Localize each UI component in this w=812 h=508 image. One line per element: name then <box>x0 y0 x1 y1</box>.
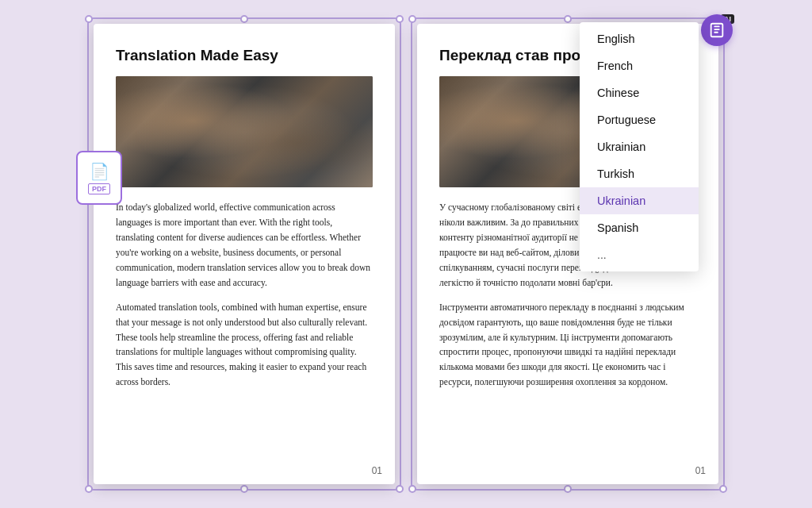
left-page-image <box>116 76 373 187</box>
dropdown-item-ellipsis[interactable]: ... <box>580 241 699 268</box>
left-page-number: 01 <box>372 465 382 476</box>
corner-dot-tr <box>396 15 404 23</box>
dropdown-item-spanish[interactable]: Spanish <box>580 214 699 241</box>
left-page: Translation Made Easy In today's globali… <box>94 24 395 484</box>
ai-icon <box>708 21 726 39</box>
dropdown-item-turkish[interactable]: Turkish <box>580 160 699 187</box>
pages-container: 📄 PDF Translation Made Easy In today's g… <box>70 8 742 500</box>
right-corner-dot-tm <box>564 15 572 23</box>
dropdown-item-ukrainian2-selected[interactable]: Ukrainian <box>580 187 699 214</box>
right-corner-dot-bm <box>564 485 572 493</box>
left-page-wrapper: 📄 PDF Translation Made Easy In today's g… <box>94 24 395 484</box>
left-page-title: Translation Made Easy <box>116 46 373 65</box>
ai-button[interactable] <box>701 14 733 46</box>
dropdown-item-english[interactable]: English <box>580 25 699 52</box>
corner-dot-tm <box>240 15 248 23</box>
right-page-para2: Інструменти автоматичного перекладу в по… <box>439 300 696 391</box>
left-page-body: In today's globalized world, effective c… <box>116 200 373 391</box>
corner-dot-bl <box>85 485 93 493</box>
corner-dot-br <box>396 485 404 493</box>
dropdown-item-portuguese[interactable]: Portuguese <box>580 106 699 133</box>
left-page-para1: In today's globalized world, effective c… <box>116 200 373 291</box>
left-page-para2: Automated translation tools, combined wi… <box>116 300 373 391</box>
dropdown-item-ukrainian1[interactable]: Ukrainian <box>580 133 699 160</box>
corner-dot-bm <box>240 485 248 493</box>
right-corner-dot-tl <box>408 15 416 23</box>
corner-dot-tl <box>85 15 93 23</box>
language-dropdown: English French Chinese Portuguese Ukrain… <box>580 22 699 271</box>
right-corner-dot-br <box>719 485 727 493</box>
dropdown-item-chinese[interactable]: Chinese <box>580 79 699 106</box>
pdf-badge: 📄 PDF <box>76 151 122 205</box>
right-page-number: 01 <box>695 465 706 476</box>
right-corner-dot-bl <box>408 485 416 493</box>
pdf-label: PDF <box>88 183 110 194</box>
pdf-icon: 📄 <box>90 162 109 181</box>
left-page-image-sim <box>116 76 373 187</box>
dropdown-item-french[interactable]: French <box>580 52 699 79</box>
